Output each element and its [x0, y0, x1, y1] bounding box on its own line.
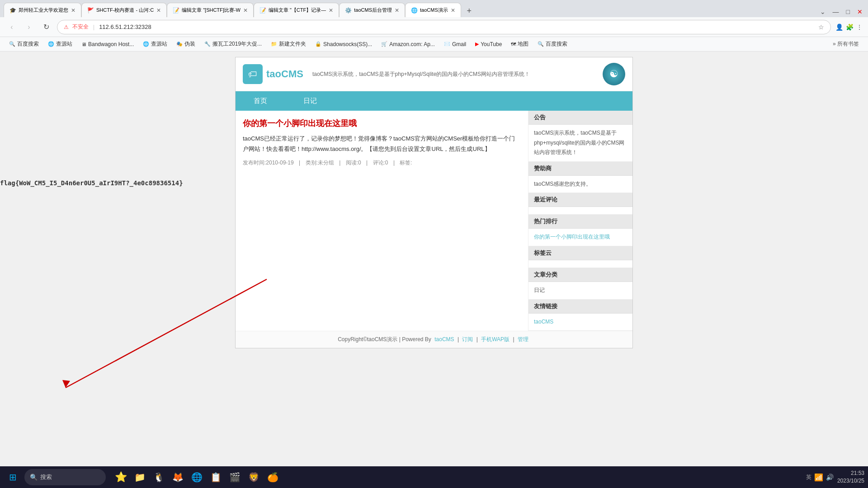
minimize-button[interactable]: —: [831, 6, 841, 17]
extensions-icon[interactable]: 🧩: [846, 23, 854, 31]
tab-5-favicon: ⚙️: [345, 7, 351, 14]
toolbar-actions: 👤 🧩 ⋮: [835, 23, 863, 31]
chrome-icon: 🌐: [191, 472, 203, 483]
security-icon: ⚠: [64, 24, 69, 30]
app8-icon: 🦁: [248, 472, 259, 483]
bm-shadowsocks[interactable]: 🔒Shadowsocks(SS)...: [311, 40, 376, 49]
tab-list-button[interactable]: ⌄: [818, 6, 827, 17]
article-title[interactable]: 你的第一个小脚印出现在这里哦: [243, 118, 521, 129]
taskbar-clock[interactable]: 21:53 2023/10/25: [837, 469, 864, 485]
address-bar[interactable]: ⚠ 不安全 | 112.6.51.212:32328 ☆: [57, 20, 831, 34]
browser-frame: 🎓 郑州轻工业大学欢迎您 ✕ 🚩 SHCTF-校内赛道 - 山河:C ✕ 📝 编…: [0, 0, 868, 52]
bm-newfolder[interactable]: 📁新建文件夹: [267, 39, 310, 49]
tab-5-close[interactable]: ✕: [395, 7, 399, 14]
bm-map[interactable]: 🗺地图: [507, 39, 532, 49]
taskbar-terminal[interactable]: 🐧: [150, 469, 167, 486]
start-button[interactable]: ⊞: [4, 468, 22, 486]
forward-button[interactable]: ›: [23, 21, 35, 33]
page-area: 🏷 taoCMS taoCMS演示系统，taoCMS是基于php+Mysql/S…: [0, 52, 868, 354]
tab-1[interactable]: 🎓 郑州轻工业大学欢迎您 ✕: [4, 3, 81, 17]
sidebar-links-section: 友情链接 taoCMS: [528, 300, 632, 331]
footer-rss[interactable]: 订阅: [462, 336, 473, 343]
bm-youtube[interactable]: ▶YouTube: [472, 40, 505, 49]
cms-header: 🏷 taoCMS taoCMS演示系统，taoCMS是基于php+Mysql/S…: [236, 57, 632, 91]
footer-powered-link[interactable]: taoCMS: [434, 336, 454, 343]
menu-icon[interactable]: ⋮: [856, 23, 863, 31]
file-manager-icon: 📁: [134, 472, 146, 483]
security-label: 不安全: [72, 23, 89, 31]
app9-icon: 🍊: [267, 472, 278, 483]
tab-6[interactable]: 🌐 taoCMS演示 ✕: [405, 3, 461, 17]
article-cat: 类别:未分组: [306, 160, 334, 166]
article-read: 阅读:0: [346, 160, 361, 166]
bookmark-star-icon[interactable]: ☆: [818, 23, 824, 31]
taskbar-search[interactable]: 🔍 搜索: [24, 469, 106, 485]
cms-nav: 首页 日记: [236, 91, 632, 111]
tab-1-close[interactable]: ✕: [71, 7, 75, 14]
sidebar-hot-article[interactable]: 你的第一个小脚印出现在这里哦: [534, 234, 610, 240]
taskbar-app7[interactable]: 🎬: [226, 469, 243, 486]
tab-4[interactable]: 📝 编辑文章 "【CTF】记录— ✕: [254, 3, 339, 17]
new-tab-button[interactable]: +: [463, 5, 476, 17]
terminal-icon: 🐧: [153, 472, 165, 483]
taskbar-chrome[interactable]: 🌐: [188, 469, 205, 486]
footer-wap[interactable]: 手机WAP版: [481, 336, 509, 343]
reload-button[interactable]: ↻: [40, 21, 52, 33]
close-button[interactable]: ✕: [855, 6, 864, 17]
taskbar-app8[interactable]: 🦁: [245, 469, 262, 486]
sidebar-friendly-link[interactable]: taoCMS: [534, 319, 553, 325]
maximize-button[interactable]: □: [844, 6, 852, 17]
cms-footer: CopyRight©taoCMS演示 | Powered By taoCMS |…: [236, 331, 632, 348]
cms-header-desc: taoCMS演示系统，taoCMS是基于php+Mysql/Sqlite的国内最…: [312, 70, 530, 78]
tab-3[interactable]: 📝 编辑文章 "[SHCTF]比赛-W ✕: [167, 3, 254, 17]
bm-gmail[interactable]: ✉️Gmail: [440, 40, 470, 49]
nav-bar: ‹ › ↻ ⚠ 不安全 | 112.6.51.212:32328 ☆ 👤 🧩 ⋮: [0, 17, 868, 37]
bm-amazon[interactable]: 🛒Amazon.com: Ap...: [377, 40, 439, 49]
taskbar-apps: ⭐ 📁 🐧 🦊 🌐 📋 🎬 🦁 🍊: [112, 469, 281, 486]
taskbar-explorer[interactable]: ⭐: [112, 469, 129, 486]
tab-controls: ⌄ — □ ✕: [818, 6, 864, 17]
cms-container: 🏷 taoCMS taoCMS演示系统，taoCMS是基于php+Mysql/S…: [235, 57, 633, 348]
bm-chayuanzhan2[interactable]: 🌐查源站: [139, 39, 171, 49]
sidebar-recent-section: 最近评论: [528, 193, 632, 215]
tab-2-title: SHCTF-校内赛道 - 山河:C: [96, 7, 154, 14]
tab-2[interactable]: 🚩 SHCTF-校内赛道 - 山河:C ✕: [81, 3, 167, 17]
bm-baidusearch2[interactable]: 🔍百度搜索: [534, 39, 571, 49]
bookmarks-more[interactable]: » 所有书签: [829, 39, 863, 49]
sidebar-tags-content: [528, 260, 632, 267]
tab-6-close[interactable]: ✕: [451, 7, 455, 14]
sidebar-category-content: 日记: [528, 282, 632, 299]
sidebar-hot-section: 热门排行 你的第一个小脚印出现在这里哦: [528, 215, 632, 246]
bm-banwagong[interactable]: 🔧搬瓦工2019年大促...: [201, 39, 265, 49]
tab-2-close[interactable]: ✕: [156, 7, 161, 14]
footer-admin[interactable]: 管理: [518, 336, 528, 343]
separator: |: [93, 24, 94, 30]
article-sep1: |: [299, 160, 300, 166]
page-wrapper: 🏷 taoCMS taoCMS演示系统，taoCMS是基于php+Mysql/S…: [0, 52, 868, 354]
tab-5-title: taoCMS后台管理: [354, 7, 392, 14]
taskbar-app9[interactable]: 🍊: [264, 469, 281, 486]
lang-indicator: 英: [806, 474, 811, 481]
bm-bandwagon[interactable]: 🖥Bandwagon Host...: [78, 40, 137, 49]
svg-marker-1: [62, 380, 70, 388]
user-icon[interactable]: 👤: [835, 23, 843, 31]
bm-weizhuang[interactable]: 🎭伪装: [173, 39, 199, 49]
tab-4-close[interactable]: ✕: [329, 7, 333, 14]
tab-5[interactable]: ⚙️ taoCMS后台管理 ✕: [339, 3, 405, 17]
sidebar-sponsor-heading: 赞助商: [528, 162, 632, 176]
back-button[interactable]: ‹: [5, 21, 18, 33]
nav-diary[interactable]: 日记: [285, 91, 335, 111]
system-tray: 英 📶 🔊: [806, 473, 834, 482]
search-icon: 🔍: [30, 474, 38, 481]
taskbar-right: 英 📶 🔊 21:53 2023/10/25: [806, 469, 864, 485]
nav-home[interactable]: 首页: [236, 91, 285, 111]
explorer-icon: ⭐: [115, 471, 127, 483]
tab-3-title: 编辑文章 "[SHCTF]比赛-W: [182, 7, 241, 14]
clock-time: 21:53: [837, 469, 864, 477]
bm-chayuanzhan[interactable]: 🌐查源站: [44, 39, 76, 49]
taskbar-firefox[interactable]: 🦊: [169, 469, 186, 486]
taskbar-notes[interactable]: 📋: [207, 469, 224, 486]
taskbar-file-manager[interactable]: 📁: [131, 469, 148, 486]
tab-3-close[interactable]: ✕: [243, 7, 248, 14]
bm-baidusearch[interactable]: 🔍百度搜索: [5, 39, 42, 49]
